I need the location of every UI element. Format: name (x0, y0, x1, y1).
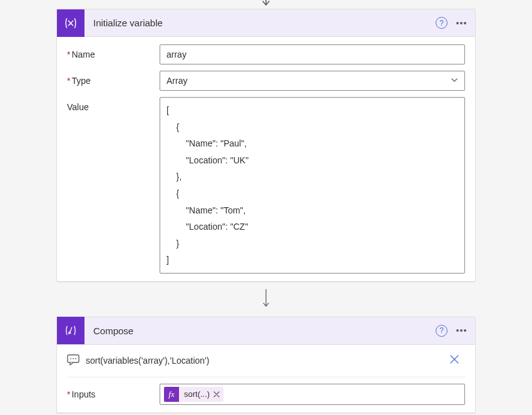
value-textarea[interactable]: [ { "Name": "Paul", "Location": "UK" }, … (160, 97, 465, 274)
comment-icon (67, 354, 79, 367)
card-compose: Compose ? sort(variables('array'),'Locat… (56, 317, 476, 413)
svg-point-2 (73, 358, 74, 359)
card-title: Compose (84, 325, 436, 336)
inputs-field[interactable]: fx sort(...) (160, 384, 465, 405)
field-label-type: *Type (67, 71, 160, 86)
flow-arrow-top (261, 0, 271, 9)
close-hint-button[interactable] (444, 351, 465, 371)
card-initialize-variable: Initialize variable ? *Name *Type Array (56, 9, 476, 282)
field-row-inputs: *Inputs fx sort(...) (57, 377, 475, 412)
svg-point-3 (75, 358, 76, 359)
card-header[interactable]: Compose ? (57, 317, 475, 345)
expression-token-text: sort(...) (184, 389, 210, 399)
type-select-value: Array (166, 76, 187, 86)
expression-token[interactable]: fx sort(...) (164, 387, 223, 402)
card-title: Initialize variable (84, 18, 436, 28)
help-icon[interactable]: ? (436, 325, 448, 337)
field-row-type: *Type Array (67, 71, 465, 91)
card-header[interactable]: Initialize variable ? (57, 9, 475, 37)
help-icon[interactable]: ? (436, 17, 448, 29)
name-input[interactable] (160, 44, 465, 64)
field-label-inputs: *Inputs (67, 389, 160, 399)
more-menu-icon[interactable] (456, 329, 466, 332)
compose-icon (57, 317, 84, 344)
card-body: *Name *Type Array Value [ { "Name": "Pau… (57, 37, 475, 281)
expression-hint-text: sort(variables('array'),'Location') (86, 356, 209, 366)
field-row-value: Value [ { "Name": "Paul", "Location": "U… (67, 97, 465, 274)
initialize-variable-icon (57, 9, 84, 37)
svg-point-1 (70, 358, 71, 359)
field-label-value: Value (67, 97, 160, 112)
remove-token-button[interactable] (213, 389, 220, 399)
fx-badge-icon: fx (164, 387, 179, 402)
expression-hint-row: sort(variables('array'),'Location') (57, 345, 475, 374)
type-select[interactable]: Array (160, 71, 465, 91)
field-label-name: *Name (67, 44, 160, 59)
more-menu-icon[interactable] (456, 22, 466, 24)
field-row-name: *Name (67, 44, 465, 64)
flow-arrow-middle (261, 285, 271, 313)
chevron-down-icon (451, 76, 458, 86)
